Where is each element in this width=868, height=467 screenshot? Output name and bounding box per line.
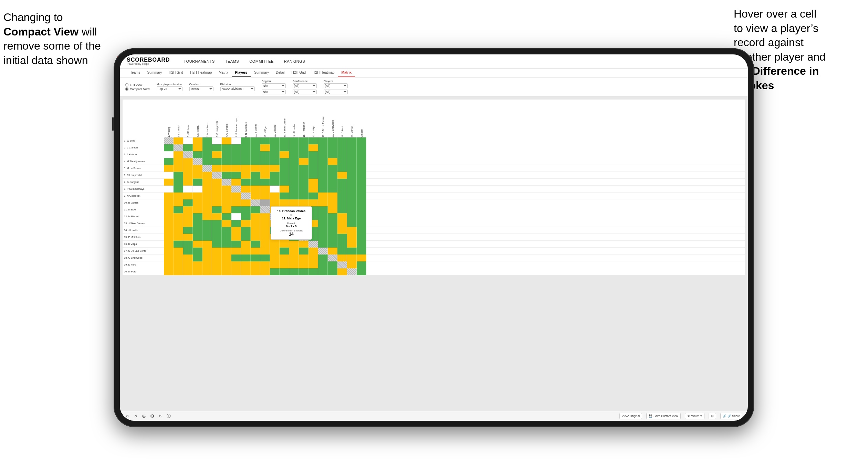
matrix-cell[interactable] bbox=[212, 248, 222, 255]
matrix-cell[interactable] bbox=[328, 227, 337, 234]
matrix-cell[interactable] bbox=[308, 158, 318, 165]
matrix-cell[interactable] bbox=[164, 241, 174, 248]
matrix-cell[interactable] bbox=[222, 220, 231, 227]
share-btn[interactable]: 🔗 🔗 Share bbox=[720, 413, 742, 419]
matrix-cell[interactable] bbox=[164, 199, 174, 206]
matrix-cell[interactable] bbox=[183, 255, 193, 261]
matrix-cell[interactable] bbox=[183, 172, 193, 179]
matrix-cell[interactable] bbox=[337, 144, 347, 151]
matrix-cell[interactable] bbox=[318, 206, 328, 213]
matrix-cell[interactable] bbox=[318, 186, 328, 193]
info-icon[interactable]: ⓘ bbox=[167, 414, 171, 418]
matrix-cell[interactable] bbox=[308, 248, 318, 255]
matrix-cell[interactable] bbox=[174, 241, 183, 248]
matrix-cell[interactable] bbox=[347, 144, 357, 151]
tab-h2h-grid1[interactable]: H2H Grid bbox=[165, 69, 187, 77]
matrix-cell[interactable] bbox=[337, 261, 347, 268]
matrix-cell[interactable] bbox=[212, 261, 222, 268]
matrix-cell[interactable] bbox=[241, 172, 251, 179]
matrix-cell[interactable] bbox=[212, 220, 222, 227]
matrix-cell[interactable] bbox=[212, 199, 222, 206]
matrix-cell[interactable] bbox=[193, 172, 202, 179]
matrix-cell[interactable] bbox=[241, 268, 251, 275]
matrix-cell[interactable] bbox=[357, 206, 366, 213]
tab-summary2[interactable]: Summary bbox=[251, 69, 272, 77]
matrix-cell[interactable] bbox=[260, 158, 270, 165]
matrix-cell[interactable] bbox=[193, 268, 202, 275]
matrix-cell[interactable] bbox=[241, 261, 251, 268]
matrix-cell[interactable] bbox=[164, 234, 174, 241]
matrix-cell[interactable] bbox=[260, 193, 270, 199]
matrix-cell[interactable] bbox=[328, 213, 337, 220]
matrix-cell[interactable] bbox=[270, 151, 280, 158]
matrix-cell[interactable] bbox=[357, 261, 366, 268]
matrix-cell[interactable] bbox=[183, 144, 193, 151]
matrix-cell[interactable] bbox=[193, 227, 202, 234]
matrix-cell[interactable] bbox=[212, 227, 222, 234]
players-select1[interactable]: (All) bbox=[324, 83, 348, 88]
matrix-cell[interactable] bbox=[183, 193, 193, 199]
matrix-cell[interactable] bbox=[241, 227, 251, 234]
watch-btn[interactable]: 👁 Watch ▾ bbox=[685, 413, 704, 419]
matrix-cell[interactable] bbox=[280, 151, 289, 158]
matrix-cell[interactable] bbox=[174, 255, 183, 261]
matrix-cell[interactable] bbox=[251, 186, 260, 193]
matrix-cell[interactable] bbox=[328, 151, 337, 158]
matrix-cell[interactable] bbox=[222, 158, 231, 165]
matrix-cell[interactable] bbox=[328, 234, 337, 241]
matrix-cell[interactable] bbox=[357, 144, 366, 151]
matrix-cell[interactable] bbox=[174, 261, 183, 268]
matrix-cell[interactable] bbox=[270, 137, 280, 144]
matrix-cell[interactable] bbox=[164, 227, 174, 234]
matrix-cell[interactable] bbox=[241, 255, 251, 261]
matrix-cell[interactable] bbox=[164, 186, 174, 193]
matrix-cell[interactable] bbox=[164, 206, 174, 213]
matrix-cell[interactable] bbox=[202, 255, 212, 261]
matrix-cell[interactable] bbox=[222, 268, 231, 275]
matrix-cell[interactable] bbox=[347, 193, 357, 199]
matrix-cell[interactable] bbox=[299, 144, 308, 151]
matrix-cell[interactable] bbox=[231, 227, 241, 234]
matrix-cell[interactable] bbox=[260, 213, 270, 220]
matrix-cell[interactable] bbox=[241, 206, 251, 213]
matrix-cell[interactable] bbox=[260, 151, 270, 158]
matrix-cell[interactable] bbox=[270, 199, 280, 206]
matrix-cell[interactable] bbox=[308, 186, 318, 193]
matrix-cell[interactable] bbox=[318, 137, 328, 144]
matrix-cell[interactable] bbox=[280, 172, 289, 179]
matrix-cell[interactable] bbox=[193, 213, 202, 220]
matrix-cell[interactable] bbox=[280, 268, 289, 275]
matrix-cell[interactable] bbox=[299, 248, 308, 255]
matrix-cell[interactable] bbox=[308, 165, 318, 172]
matrix-cell[interactable] bbox=[251, 206, 260, 213]
matrix-cell[interactable] bbox=[318, 220, 328, 227]
matrix-cell[interactable] bbox=[164, 137, 174, 144]
matrix-cell[interactable] bbox=[270, 241, 280, 248]
nav-rankings[interactable]: RANKINGS bbox=[284, 59, 305, 64]
matrix-cell[interactable] bbox=[193, 186, 202, 193]
matrix-cell[interactable] bbox=[270, 144, 280, 151]
matrix-cell[interactable] bbox=[318, 261, 328, 268]
matrix-cell[interactable] bbox=[260, 248, 270, 255]
matrix-cell[interactable] bbox=[241, 151, 251, 158]
matrix-cell[interactable] bbox=[202, 234, 212, 241]
matrix-cell[interactable] bbox=[164, 172, 174, 179]
matrix-cell[interactable] bbox=[222, 227, 231, 234]
matrix-cell[interactable] bbox=[174, 193, 183, 199]
matrix-cell[interactable] bbox=[193, 255, 202, 261]
tab-h2h-heatmap2[interactable]: H2H Heatmap bbox=[309, 69, 338, 77]
matrix-cell[interactable] bbox=[308, 261, 318, 268]
matrix-cell[interactable] bbox=[270, 248, 280, 255]
matrix-cell[interactable] bbox=[212, 234, 222, 241]
matrix-cell[interactable] bbox=[270, 172, 280, 179]
matrix-cell[interactable] bbox=[357, 220, 366, 227]
redo-icon[interactable]: ↻ bbox=[134, 414, 138, 418]
matrix-cell[interactable] bbox=[318, 227, 328, 234]
matrix-cell[interactable] bbox=[318, 213, 328, 220]
matrix-cell[interactable] bbox=[347, 234, 357, 241]
matrix-cell[interactable] bbox=[231, 261, 241, 268]
matrix-cell[interactable] bbox=[202, 144, 212, 151]
matrix-cell[interactable] bbox=[318, 255, 328, 261]
matrix-cell[interactable] bbox=[251, 241, 260, 248]
matrix-cell[interactable] bbox=[260, 179, 270, 186]
